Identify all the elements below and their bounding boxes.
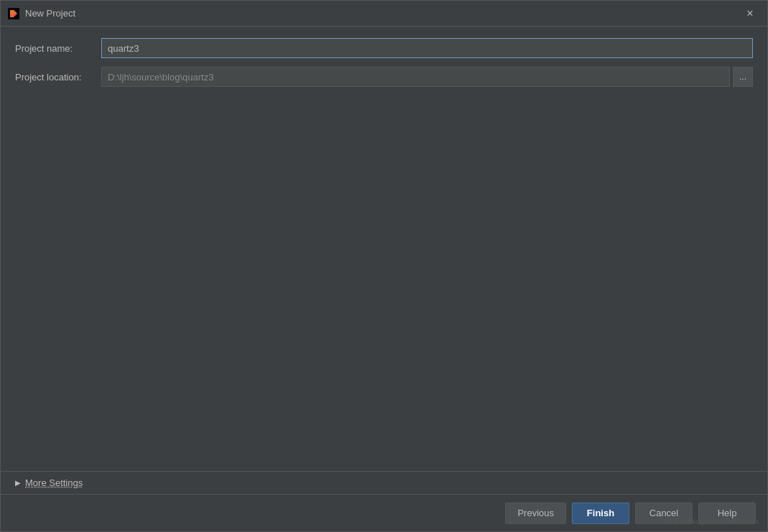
project-location-input[interactable] (101, 67, 730, 87)
more-settings-section[interactable]: ▶ More Settings (1, 471, 767, 494)
title-bar: New Project × (1, 1, 767, 27)
browse-button[interactable]: ... (733, 67, 753, 87)
project-name-label: Project name: (15, 43, 101, 54)
project-location-label: Project location: (15, 72, 101, 83)
dialog-footer: Previous Finish Cancel Help (1, 494, 767, 531)
more-settings-label: More Settings (25, 477, 83, 488)
app-icon (8, 8, 19, 19)
watermark: https://blog.csdn.net/anron (665, 517, 759, 526)
project-name-row: Project name: (15, 38, 753, 58)
previous-button[interactable]: Previous (505, 503, 566, 524)
close-button[interactable]: × (740, 4, 760, 24)
dialog-content: Project name: Project location: ... (1, 27, 767, 471)
content-spacer (15, 95, 753, 459)
dialog-title: New Project (25, 8, 740, 19)
project-name-input[interactable] (101, 38, 753, 58)
new-project-dialog: New Project × Project name: Project loca… (0, 0, 768, 532)
more-settings-arrow-icon: ▶ (15, 479, 21, 487)
project-location-row: Project location: ... (15, 67, 753, 87)
svg-rect-4 (10, 14, 14, 17)
finish-button[interactable]: Finish (572, 503, 629, 524)
